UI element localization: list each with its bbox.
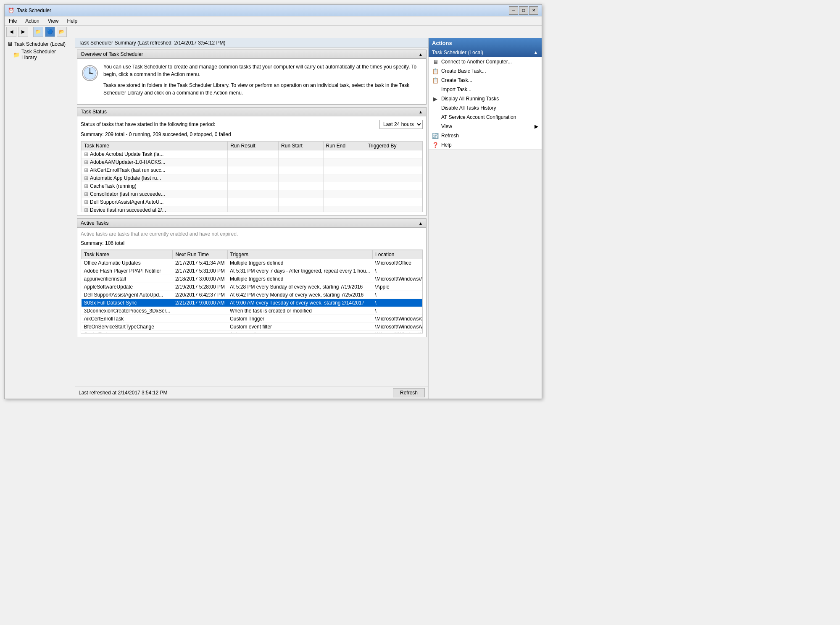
list-item[interactable]: BfeOnServiceStartTypeChange Custom event… — [82, 323, 423, 331]
active-table-container[interactable]: Task Name Next Run Time Triggers Locatio… — [81, 249, 423, 334]
action-import[interactable]: Import Task... — [429, 85, 542, 94]
action-disable-history[interactable]: Disable All Tasks History — [429, 103, 542, 113]
menu-action[interactable]: Action — [21, 17, 43, 25]
triggered-by-cell — [365, 174, 422, 182]
actions-header: Actions — [429, 38, 542, 48]
close-button[interactable]: ✕ — [529, 6, 538, 15]
list-item[interactable]: Adobe Flash Player PPAPI Notifier 2/17/2… — [82, 267, 423, 275]
active-description: Active tasks are tasks that are currentl… — [81, 231, 423, 237]
active-task-triggers-cell: Multiple triggers defined — [227, 275, 373, 283]
active-task-location-cell: \Microsoft\Office — [373, 259, 423, 267]
active-task-location-cell: \Microsoft\Windows\Wi... — [373, 331, 423, 334]
run-result-cell — [228, 182, 279, 190]
table-row[interactable]: ⊞AdobeAAMUpdater-1.0-HACKS... — [82, 158, 422, 166]
action-view[interactable]: View ▶ — [429, 122, 542, 131]
action-create-basic[interactable]: 📋 Create Basic Task... — [429, 66, 542, 76]
table-row[interactable]: ⊞Automatic App Update (last ru... — [82, 174, 422, 182]
list-item[interactable]: appuriverifierinstall 2/18/2017 3:00:00 … — [82, 275, 423, 283]
list-item[interactable]: AikCertEnrollTask Custom Trigger \Micros… — [82, 315, 423, 323]
action-help[interactable]: ❓ Help — [429, 140, 542, 150]
task-table-container[interactable]: Task Name Run Result Run Start Run End T… — [81, 141, 423, 212]
list-item[interactable]: CacheTask At log on of any user \Microso… — [82, 331, 423, 334]
task-status-section: Task Status ▲ Status of tasks that have … — [77, 107, 427, 216]
triggered-by-cell — [365, 198, 422, 206]
action-display-running[interactable]: ▶ Display All Running Tasks — [429, 94, 542, 103]
list-item[interactable]: Office Automatic Updates 2/17/2017 5:41:… — [82, 259, 423, 267]
main-window: ⏰ Task Scheduler ─ □ ✕ File Action View … — [4, 4, 542, 399]
create-basic-icon: 📋 — [432, 68, 439, 74]
menu-help[interactable]: Help — [63, 17, 82, 25]
minimize-button[interactable]: ─ — [509, 6, 518, 15]
overview-text1: You can use Task Scheduler to create and… — [103, 63, 422, 78]
active-task-triggers-cell: At 6:42 PM every Monday of every week, s… — [227, 291, 373, 299]
table-row[interactable]: ⊞CacheTask (running) — [82, 182, 422, 190]
run-result-cell — [228, 206, 279, 213]
active-task-location-cell: \Apple — [373, 283, 423, 291]
active-col-next-run: Next Run Time — [173, 250, 227, 259]
triggered-by-cell — [365, 206, 422, 213]
triggered-by-cell — [365, 150, 422, 158]
list-item[interactable]: AppleSoftwareUpdate 2/19/2017 5:28:00 PM… — [82, 283, 423, 291]
run-end-cell — [323, 174, 365, 182]
run-end-cell — [323, 150, 365, 158]
active-col-name: Task Name — [82, 250, 173, 259]
active-task-triggers-cell: Custom event filter — [227, 323, 373, 331]
active-task-name-cell: Dell SupportAssistAgent AutoUpd... — [82, 291, 173, 299]
sidebar-item-library[interactable]: 📁 Task Scheduler Library — [5, 48, 75, 61]
sidebar-item-local[interactable]: 🖥 Task Scheduler (Local) — [5, 40, 75, 48]
overview-arrow: ▲ — [419, 52, 423, 57]
list-item[interactable]: S0Sx Full Dataset Sync 2/21/2017 9:00:00… — [82, 299, 423, 307]
svg-point-4 — [89, 72, 91, 74]
table-row[interactable]: ⊞Consolidator (last run succeede... — [82, 190, 422, 198]
folder-button[interactable]: 📁 — [33, 27, 43, 37]
action-create-task[interactable]: 📋 Create Task... — [429, 76, 542, 85]
active-task-next-run-cell: 2/18/2017 3:00:00 AM — [173, 275, 227, 283]
list-item[interactable]: 3DconnexionCreateProcess_3DxSer... When … — [82, 307, 423, 315]
table-row[interactable]: ⊞Adobe Acrobat Update Task (la... — [82, 150, 422, 158]
folder2-button[interactable]: 📂 — [57, 27, 67, 37]
table-row[interactable]: ⊞Dell SupportAssistAgent AutoU... — [82, 198, 422, 206]
action-connect[interactable]: 🖥 Connect to Another Computer... — [429, 57, 542, 66]
active-task-next-run-cell: 2/17/2017 5:41:34 AM — [173, 259, 227, 267]
active-task-triggers-cell: At 5:31 PM every 7 days - After triggere… — [227, 267, 373, 275]
action-at-service[interactable]: AT Service Account Configuration — [429, 113, 542, 122]
action-connect-label: Connect to Another Computer... — [441, 59, 512, 65]
action-create-task-label: Create Task... — [441, 77, 472, 83]
title-bar: ⏰ Task Scheduler ─ □ ✕ — [5, 5, 542, 16]
active-task-name-cell: appuriverifierinstall — [82, 275, 173, 283]
actions-section-header: Task Scheduler (Local) ▲ — [429, 48, 542, 57]
run-start-cell — [279, 198, 323, 206]
period-label: Status of tasks that have started in the… — [81, 121, 215, 127]
maximize-button[interactable]: □ — [519, 6, 528, 15]
run-end-cell — [323, 198, 365, 206]
table-row[interactable]: ⊞Device (last run succeeded at 2/... — [82, 206, 422, 213]
status-bar: Last refreshed at 2/14/2017 3:54:12 PM R… — [75, 386, 428, 399]
action-refresh-label: Refresh — [441, 133, 459, 139]
triggered-by-cell — [365, 182, 422, 190]
active-task-location-cell: \ — [373, 299, 423, 307]
content-area: Task Scheduler Summary (Last refreshed: … — [75, 38, 428, 399]
menu-view[interactable]: View — [44, 17, 63, 25]
active-task-name-cell: Adobe Flash Player PPAPI Notifier — [82, 267, 173, 275]
run-start-cell — [279, 166, 323, 174]
task-name-cell: ⊞AdobeAAMUpdater-1.0-HACKS... — [82, 158, 228, 166]
last-refreshed-text: Last refreshed at 2/14/2017 3:54:12 PM — [79, 390, 167, 396]
menu-file[interactable]: File — [5, 17, 21, 25]
active-col-triggers: Triggers — [227, 250, 373, 259]
overview-text: You can use Task Scheduler to create and… — [103, 63, 422, 100]
list-item[interactable]: Dell SupportAssistAgent AutoUpd... 2/20/… — [82, 291, 423, 299]
run-end-cell — [323, 158, 365, 166]
back-button[interactable]: ◀ — [6, 27, 16, 37]
col-triggered-by: Triggered By — [365, 142, 422, 150]
task-name-cell: ⊞Consolidator (last run succeede... — [82, 190, 228, 198]
action-refresh[interactable]: 🔄 Refresh — [429, 131, 542, 140]
refresh-button[interactable]: Refresh — [393, 388, 425, 397]
forward-button[interactable]: ▶ — [18, 27, 28, 37]
blue-button[interactable]: 🔵 — [45, 27, 55, 37]
period-select[interactable]: Last 24 hours Last hour Last 7 days Last… — [379, 120, 423, 129]
run-start-cell — [279, 150, 323, 158]
active-task-name-cell: CacheTask — [82, 331, 173, 334]
menu-bar: File Action View Help — [5, 16, 542, 26]
table-row[interactable]: ⊞AikCertEnrollTask (last run succ... — [82, 166, 422, 174]
active-task-next-run-cell — [173, 315, 227, 323]
